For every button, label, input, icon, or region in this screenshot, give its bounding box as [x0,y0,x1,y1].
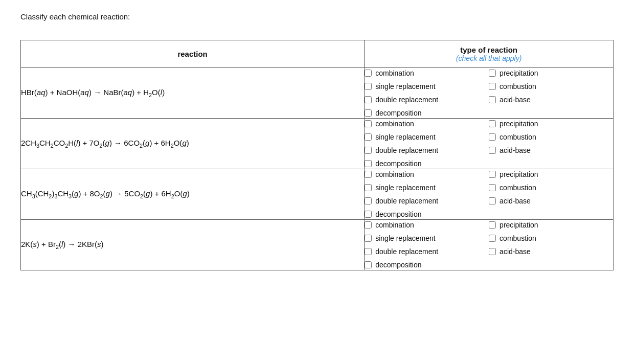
option-right-2: acid-base [489,196,613,206]
options-cell-4: combinationprecipitationsingle replaceme… [365,220,614,270]
option-label: precipitation [499,221,538,229]
option-right-2: acid-base [489,246,613,257]
option-right-0: precipitation [489,119,613,129]
option-label: decomposition [375,109,421,117]
option-right-1: combustion [489,233,613,243]
option-label: decomposition [375,261,421,269]
option-label: decomposition [375,210,421,218]
checkbox-row4-combustion[interactable] [489,235,496,242]
table-row: CH3(CH2)3CH3(g) + 8O2(g) → 5CO2(g) + 6H2… [21,169,614,220]
checkbox-row1-single-replacement[interactable] [365,83,372,90]
checkbox-row3-decomposition[interactable] [365,211,372,218]
checkbox-row4-single-replacement[interactable] [365,235,372,242]
checkbox-row1-double-replacement[interactable] [365,96,372,103]
checkbox-row3-precipitation[interactable] [489,171,496,178]
option-label: double replacement [375,146,438,154]
page-title: Classify each chemical reaction: [20,12,616,21]
option-label: combustion [499,133,536,141]
reaction-cell-3: CH3(CH2)3CH3(g) + 8O2(g) → 5CO2(g) + 6H2… [21,169,365,220]
reaction-cell-1: HBr(aq) + NaOH(aq) → NaBr(aq) + H2O(l) [21,68,365,119]
option-right-3 [489,158,613,169]
option-label: single replacement [375,82,436,90]
option-left-2: double replacement [365,145,489,155]
option-label: acid-base [499,197,531,205]
checkbox-row3-single-replacement[interactable] [365,184,372,191]
option-left-1: single replacement [365,233,489,243]
checkbox-row3-double-replacement[interactable] [365,197,372,204]
col-header-type: type of reaction (check all that apply) [365,40,614,68]
reaction-header-label: reaction [177,50,207,58]
table-row: 2K(s) + Br2(l) → 2KBr(s)combinationpreci… [21,220,614,270]
table-row: HBr(aq) + NaOH(aq) → NaBr(aq) + H2O(l)co… [21,68,614,119]
option-left-2: double replacement [365,95,489,105]
checkbox-row4-acid-base[interactable] [489,248,496,255]
options-cell-3: combinationprecipitationsingle replaceme… [365,169,614,220]
checkbox-row4-combination[interactable] [365,221,372,229]
option-left-2: double replacement [365,246,489,257]
main-table: reaction type of reaction (check all tha… [20,40,614,270]
checkbox-row3-acid-base[interactable] [489,197,496,204]
option-label: combustion [499,234,536,242]
option-left-1: single replacement [365,81,489,92]
checkbox-row1-decomposition[interactable] [365,109,372,117]
option-right-1: combustion [489,132,613,142]
checkbox-row4-double-replacement[interactable] [365,248,372,255]
option-right-0: precipitation [489,68,613,78]
option-left-3: decomposition [365,158,489,169]
option-label: double replacement [375,96,438,104]
checkbox-row4-precipitation[interactable] [489,221,496,229]
option-label: single replacement [375,234,436,242]
option-label: acid-base [499,247,531,256]
option-right-0: precipitation [489,169,613,179]
option-label: combination [375,221,414,229]
option-left-1: single replacement [365,132,489,142]
checkbox-row1-precipitation[interactable] [489,70,496,77]
checkbox-row1-combustion[interactable] [489,83,496,90]
checkbox-row1-combination[interactable] [365,70,372,77]
option-label: single replacement [375,184,436,192]
checkbox-row4-decomposition[interactable] [365,261,372,268]
checkbox-row2-double-replacement[interactable] [365,147,372,154]
option-left-0: combination [365,169,489,179]
option-label: double replacement [375,197,438,205]
option-left-3: decomposition [365,260,489,270]
checkbox-row2-acid-base[interactable] [489,147,496,154]
type-header-label: type of reaction [371,46,607,54]
option-left-1: single replacement [365,183,489,193]
reaction-cell-4: 2K(s) + Br2(l) → 2KBr(s) [21,220,365,270]
option-right-3 [489,209,613,219]
option-left-2: double replacement [365,196,489,206]
option-label: combustion [499,184,536,192]
option-label: combination [375,170,414,178]
option-right-1: combustion [489,81,613,92]
type-header-sublabel: (check all that apply) [371,54,607,62]
option-right-2: acid-base [489,95,613,105]
option-label: precipitation [499,120,538,128]
option-label: single replacement [375,133,436,141]
checkbox-row2-combination[interactable] [365,120,372,127]
table-row: 2CH3CH2CO2H(l) + 7O2(g) → 6CO2(g) + 6H2O… [21,119,614,169]
option-left-3: decomposition [365,108,489,118]
col-header-reaction: reaction [21,40,365,68]
option-right-3 [489,108,613,118]
option-right-3 [489,260,613,270]
option-right-2: acid-base [489,145,613,155]
checkbox-row2-precipitation[interactable] [489,120,496,127]
option-left-0: combination [365,119,489,129]
checkbox-row3-combustion[interactable] [489,184,496,191]
checkbox-row2-combustion[interactable] [489,133,496,141]
option-label: combination [375,69,414,77]
checkbox-row2-single-replacement[interactable] [365,133,372,141]
checkbox-row1-acid-base[interactable] [489,96,496,103]
option-label: precipitation [499,170,538,178]
checkbox-row3-combination[interactable] [365,171,372,178]
option-label: combustion [499,82,536,90]
option-left-3: decomposition [365,209,489,219]
option-label: acid-base [499,96,531,104]
option-label: precipitation [499,69,538,77]
options-cell-2: combinationprecipitationsingle replaceme… [365,119,614,169]
reaction-cell-2: 2CH3CH2CO2H(l) + 7O2(g) → 6CO2(g) + 6H2O… [21,119,365,169]
options-cell-1: combinationprecipitationsingle replaceme… [365,68,614,119]
checkbox-row2-decomposition[interactable] [365,160,372,167]
option-label: combination [375,120,414,128]
